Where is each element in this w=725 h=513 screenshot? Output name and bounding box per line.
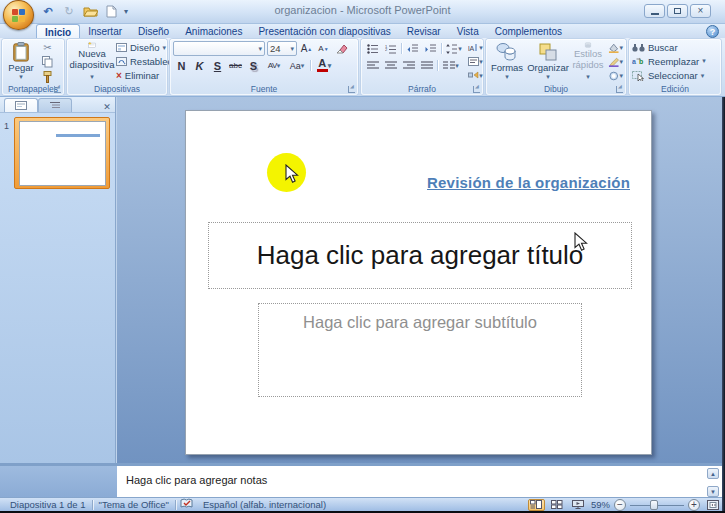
tab-insertar[interactable]: Insertar [80,24,130,38]
quick-styles-dropdown-icon: ▾ [586,73,590,80]
text-direction-button[interactable]: lA▾ [467,41,484,54]
tab-animaciones[interactable]: Animaciones [177,24,250,38]
bullets-button[interactable] [364,41,381,56]
slide-heading-text[interactable]: Revisión de la organización [427,174,630,191]
replace-button[interactable]: ab Reemplazar▾ [632,55,718,67]
svg-text:lA: lA [468,45,475,52]
font-color-button[interactable]: A ▾ [313,58,335,73]
shape-effects-button[interactable]: ▾ [607,69,624,82]
numbering-button[interactable]: 12 [382,41,399,56]
font-size-dropdown-icon: ▾ [290,45,294,53]
restore-button[interactable] [667,4,688,18]
close-button[interactable]: × [690,4,711,18]
underline-button[interactable]: S [209,58,226,73]
align-right-button[interactable] [400,58,417,73]
shape-effects-dropdown-icon: ▾ [619,72,623,80]
tab-outline[interactable] [38,98,72,112]
font-family-combo[interactable]: ▾ [173,41,265,56]
align-right-icon [403,61,415,70]
group-label-paragraph: Párrafo [361,84,483,94]
tab-presentacion[interactable]: Presentación con diapositivas [250,24,398,38]
tab-revisar[interactable]: Revisar [399,24,449,38]
tab-inicio[interactable]: Inicio [36,24,80,38]
increase-indent-button[interactable] [422,41,439,56]
scroll-down-icon[interactable]: ▼ [707,486,719,497]
text-shadow-button[interactable]: S [245,58,262,73]
strikethrough-button[interactable]: abc [227,58,244,73]
notes-pane[interactable]: Haga clic para agregar notas ▲ ▼ [117,463,722,497]
shapes-button[interactable]: Formas ▾ [489,41,525,82]
slideshow-icon [572,500,584,509]
title-placeholder[interactable]: Haga clic para agregar título [208,222,632,289]
zoom-out-button[interactable]: − [614,499,626,511]
align-text-button[interactable]: ▾ [467,55,484,68]
zoom-slider-thumb[interactable] [650,500,658,510]
tab-vista[interactable]: Vista [449,24,487,38]
justify-button[interactable] [418,58,435,73]
cut-button[interactable]: ✂ [39,41,56,54]
clipboard-dialog-launcher[interactable] [54,86,61,93]
zoom-slider[interactable] [630,499,684,511]
close-pane-icon[interactable]: ✕ [101,102,113,112]
columns-button[interactable]: ▾ [440,58,462,73]
find-button[interactable]: Buscar [632,41,718,53]
theme-indicator[interactable]: "Tema de Office" [93,499,175,510]
tab-slides-thumbnails[interactable] [4,98,38,112]
tab-diseno[interactable]: Diseño [130,24,177,38]
paste-button[interactable]: Pegar ▾ [5,41,37,82]
change-case-button[interactable]: Aa▾ [286,58,308,73]
convert-smartart-button[interactable]: ▾ [467,69,484,82]
slide-sorter-view-button[interactable] [549,499,566,511]
copy-button[interactable] [39,55,56,69]
office-button[interactable] [3,0,34,30]
slide-canvas[interactable]: Revisión de la organización Haga clic pa… [185,110,652,455]
character-spacing-button[interactable]: AV▾ [263,58,285,73]
font-dialog-launcher[interactable] [348,86,355,93]
outline-tab-icon [49,101,61,110]
scroll-up-icon[interactable]: ▲ [707,468,719,479]
language-indicator[interactable]: Español (alfab. internacional) [197,499,332,510]
format-painter-button[interactable] [39,70,56,84]
grow-font-button[interactable]: A▲ [299,41,314,56]
line-spacing-button[interactable]: ▾ [444,41,464,56]
italic-button[interactable]: K [191,58,208,73]
subtitle-placeholder[interactable]: Haga clic para agregar subtítulo [258,303,582,397]
spellcheck-button[interactable] [176,498,197,511]
shrink-font-button[interactable]: A▼ [316,41,331,56]
eraser-icon [336,43,348,54]
svg-text:a: a [632,58,636,65]
shape-fill-button[interactable]: ▾ [607,41,624,54]
slide-thumbnail-selected[interactable] [14,117,110,189]
shapes-dropdown-icon: ▾ [505,73,509,81]
ribbon: Pegar ▾ ✂ Portapapeles Nueva diapositiva… [0,38,725,97]
quick-styles-button[interactable]: Estilos rápidos ▾ [571,41,605,82]
tab-complementos[interactable]: Complementos [487,24,570,38]
drawing-dialog-launcher[interactable] [616,86,623,93]
mouse-cursor [574,232,588,252]
help-button[interactable]: ? [706,25,719,38]
normal-view-button[interactable] [528,499,545,511]
paragraph-dialog-launcher[interactable] [473,86,480,93]
minimize-icon [651,13,659,15]
zoom-level[interactable]: 59% [591,499,610,510]
zoom-in-button[interactable]: + [688,499,700,511]
arrange-button[interactable]: Organizar ▾ [527,41,569,82]
font-size-combo[interactable]: 24▾ [267,41,297,56]
shape-outline-button[interactable]: ▾ [607,55,624,68]
new-slide-button[interactable]: Nueva diapositiva ▾ [70,41,114,82]
align-left-button[interactable] [364,58,381,73]
clear-formatting-button[interactable] [333,41,350,56]
mouse-cursor-highlight [285,164,299,184]
decrease-indent-button[interactable] [404,41,421,56]
bold-button[interactable]: N [173,58,190,73]
fit-to-window-button[interactable] [704,499,721,511]
minimize-button[interactable] [644,4,665,18]
spellcheck-icon [180,498,193,509]
select-dropdown-icon: ▾ [701,72,705,80]
notes-placeholder[interactable]: Haga clic para agregar notas [126,474,267,486]
align-text-icon [468,57,479,66]
slideshow-view-button[interactable] [570,499,587,511]
select-button[interactable]: Seleccionar▾ [632,70,718,82]
align-center-button[interactable] [382,58,399,73]
font-color-swatch [317,69,328,72]
